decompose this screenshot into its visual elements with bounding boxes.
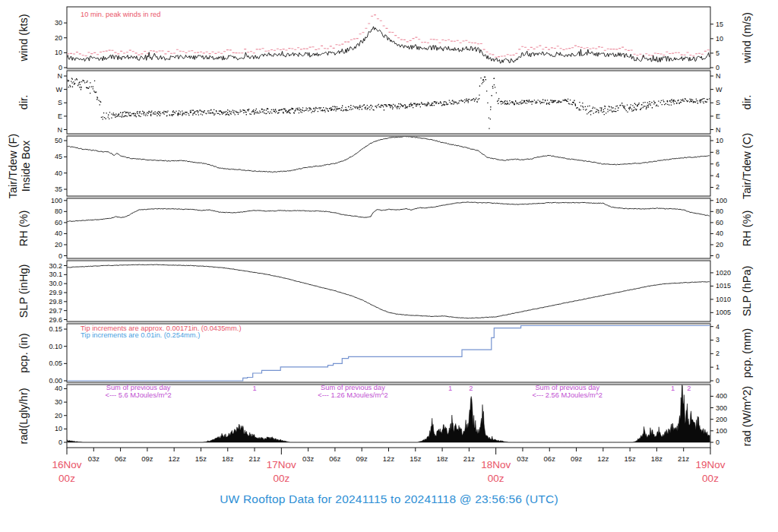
svg-text:03z: 03z xyxy=(517,454,529,463)
svg-text:03z: 03z xyxy=(88,454,100,463)
svg-text:400: 400 xyxy=(716,392,727,400)
svg-text:40: 40 xyxy=(716,230,723,237)
svg-text:18z: 18z xyxy=(651,454,663,463)
svg-text:4: 4 xyxy=(716,172,719,179)
chart-canvas: 0102030051015NNEESSWWNN35404550246810020… xyxy=(0,0,778,532)
axis-title-left-direction: dir. xyxy=(17,95,30,109)
svg-text:80: 80 xyxy=(55,207,62,215)
panel-box-direction xyxy=(67,71,710,134)
svg-text:0: 0 xyxy=(716,377,719,385)
svg-text:S: S xyxy=(58,99,62,106)
panel-gap xyxy=(66,322,711,323)
svg-text:6: 6 xyxy=(716,160,719,168)
axis-title-right-slp: SLP (hPa) xyxy=(741,266,753,317)
date-label: 19Nov xyxy=(695,459,725,470)
radiation-event-marker: 1 xyxy=(448,385,452,392)
radiation-event-marker: 2 xyxy=(687,385,691,392)
date-sublabel: 00z xyxy=(59,473,75,484)
axis-title-right-wind: wind (m/s) xyxy=(741,12,753,64)
svg-text:10: 10 xyxy=(55,425,62,432)
date-sublabel: 00z xyxy=(273,473,289,484)
svg-text:40: 40 xyxy=(55,230,62,237)
svg-text:2: 2 xyxy=(716,350,719,357)
svg-text:5: 5 xyxy=(716,49,719,57)
date-label: 18Nov xyxy=(481,459,511,470)
svg-text:80: 80 xyxy=(716,207,723,215)
svg-text:21z: 21z xyxy=(248,454,261,463)
svg-text:200: 200 xyxy=(716,416,727,423)
radiation-sum-label: Sum of previous day xyxy=(321,384,385,391)
svg-text:35: 35 xyxy=(55,185,62,193)
svg-text:1005: 1005 xyxy=(716,309,731,316)
axis-title-right-precip: pcp. (mm) xyxy=(741,328,753,378)
svg-text:4: 4 xyxy=(716,323,719,331)
svg-text:15z: 15z xyxy=(195,454,207,463)
svg-text:60: 60 xyxy=(716,219,723,226)
svg-text:0: 0 xyxy=(716,64,719,71)
svg-text:N: N xyxy=(58,72,63,80)
svg-text:1010: 1010 xyxy=(716,296,731,303)
svg-text:N: N xyxy=(58,126,63,134)
svg-text:21z: 21z xyxy=(463,454,476,463)
svg-text:0.15: 0.15 xyxy=(49,325,62,333)
svg-text:29.9: 29.9 xyxy=(49,289,62,296)
panel-box-temperature xyxy=(67,136,710,196)
svg-text:21z: 21z xyxy=(678,454,690,463)
svg-text:12z: 12z xyxy=(169,454,181,463)
radiation-sum-value: <--- 1.26 MJoules/m^2 xyxy=(318,391,387,399)
svg-text:20: 20 xyxy=(55,412,62,420)
axis-title-left-slp: SLP (inHg) xyxy=(17,264,30,318)
svg-text:0: 0 xyxy=(716,439,719,446)
axis-title-left-rh: RH (%) xyxy=(17,211,30,247)
svg-text:1015: 1015 xyxy=(716,282,731,290)
svg-text:0: 0 xyxy=(59,252,62,260)
svg-text:30: 30 xyxy=(55,19,62,27)
svg-text:30.0: 30.0 xyxy=(49,280,62,287)
svg-text:12z: 12z xyxy=(383,454,395,463)
svg-text:50: 50 xyxy=(55,137,62,144)
svg-text:06z: 06z xyxy=(544,454,556,463)
radiation-sum-value: <--- 2.56 MJoules/m^2 xyxy=(533,391,602,399)
svg-text:0.00: 0.00 xyxy=(49,377,62,385)
panel-gap xyxy=(66,197,711,198)
svg-text:300: 300 xyxy=(716,404,727,412)
axis-title-left-precip: pcp. (in) xyxy=(17,333,30,372)
panel-gap xyxy=(66,135,711,135)
svg-text:2: 2 xyxy=(716,183,719,191)
svg-text:N: N xyxy=(716,72,721,80)
svg-text:30.2: 30.2 xyxy=(49,262,62,270)
axis-title-left-wind: wind (kts) xyxy=(17,14,30,62)
svg-text:10: 10 xyxy=(716,137,723,144)
svg-text:0.05: 0.05 xyxy=(49,359,62,367)
axis-title-right-radiation: rad (W/m^2) xyxy=(741,386,753,446)
axis-title-left2-temperature: Inside Box xyxy=(20,140,32,192)
svg-text:20: 20 xyxy=(55,241,62,249)
date-sublabel: 00z xyxy=(488,473,504,484)
axis-title-right-direction: dir. xyxy=(741,95,753,109)
svg-text:8: 8 xyxy=(716,148,719,156)
svg-text:W: W xyxy=(716,86,723,93)
uw-rooftop-figure: 0102030051015NNEESSWWNN35404550246810020… xyxy=(0,0,778,532)
svg-text:30: 30 xyxy=(55,398,62,406)
svg-text:45: 45 xyxy=(55,153,62,160)
svg-text:0: 0 xyxy=(59,64,62,71)
svg-text:0: 0 xyxy=(716,252,719,260)
svg-text:100: 100 xyxy=(51,197,62,204)
svg-text:1: 1 xyxy=(716,363,719,371)
svg-text:06z: 06z xyxy=(329,454,341,463)
precip-note-blue: Tip increments are 0.01in. (0.254mm.) xyxy=(81,331,200,339)
svg-text:06z: 06z xyxy=(115,454,127,463)
svg-text:W: W xyxy=(56,86,63,93)
svg-text:15: 15 xyxy=(716,21,723,28)
svg-text:100: 100 xyxy=(716,197,727,204)
svg-text:1020: 1020 xyxy=(716,269,731,277)
svg-text:15z: 15z xyxy=(410,454,422,463)
svg-text:30.1: 30.1 xyxy=(49,271,62,278)
svg-text:0.10: 0.10 xyxy=(49,343,62,350)
figure-title: UW Rooftop Data for 20241115 to 20241118… xyxy=(0,492,778,506)
svg-text:100: 100 xyxy=(716,427,727,435)
svg-text:3: 3 xyxy=(716,336,719,344)
svg-text:E: E xyxy=(58,112,62,120)
radiation-event-marker: 1 xyxy=(252,385,256,392)
x-axis: 03z06z09z12z15z18z21z03z06z09z12z15z18z2… xyxy=(52,448,725,484)
